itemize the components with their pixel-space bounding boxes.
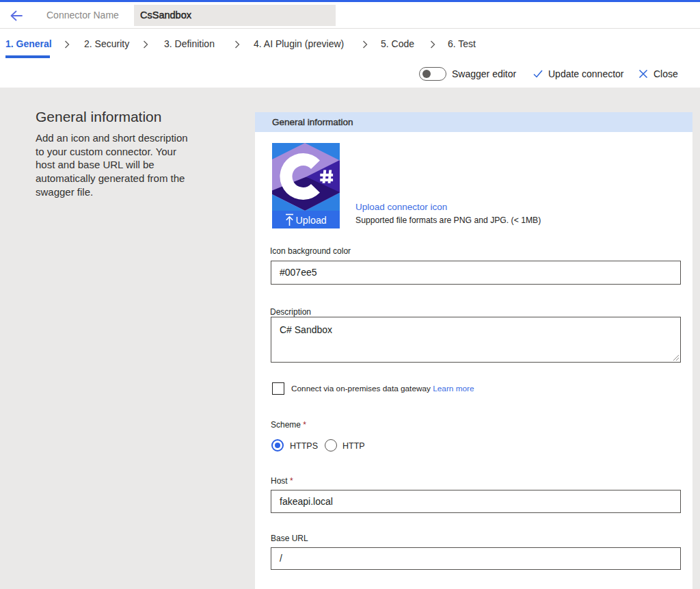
svg-text:Upload: Upload bbox=[296, 215, 327, 226]
